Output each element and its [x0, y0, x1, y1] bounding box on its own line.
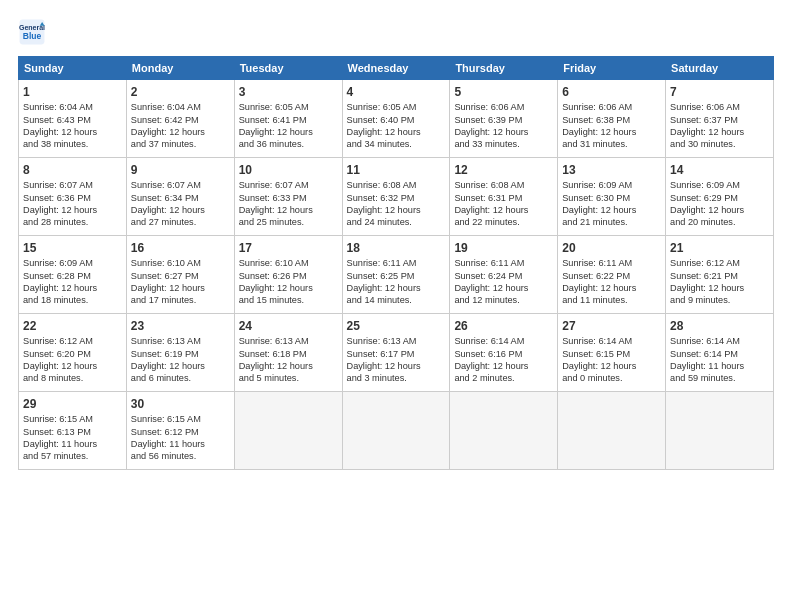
day-number: 12 [454, 162, 553, 178]
page: General Blue SundayMondayTuesdayWednesda… [0, 0, 792, 480]
calendar-cell: 23Sunrise: 6:13 AM Sunset: 6:19 PM Dayli… [126, 314, 234, 392]
day-number: 10 [239, 162, 338, 178]
calendar-cell: 8Sunrise: 6:07 AM Sunset: 6:36 PM Daylig… [19, 158, 127, 236]
day-number: 25 [347, 318, 446, 334]
day-info: Sunrise: 6:07 AM Sunset: 6:33 PM Dayligh… [239, 179, 338, 229]
day-info: Sunrise: 6:15 AM Sunset: 6:12 PM Dayligh… [131, 413, 230, 463]
day-number: 21 [670, 240, 769, 256]
day-info: Sunrise: 6:05 AM Sunset: 6:40 PM Dayligh… [347, 101, 446, 151]
calendar-cell: 27Sunrise: 6:14 AM Sunset: 6:15 PM Dayli… [558, 314, 666, 392]
calendar-cell: 1Sunrise: 6:04 AM Sunset: 6:43 PM Daylig… [19, 80, 127, 158]
day-info: Sunrise: 6:05 AM Sunset: 6:41 PM Dayligh… [239, 101, 338, 151]
day-info: Sunrise: 6:09 AM Sunset: 6:30 PM Dayligh… [562, 179, 661, 229]
day-header-wednesday: Wednesday [342, 57, 450, 80]
day-number: 13 [562, 162, 661, 178]
day-number: 19 [454, 240, 553, 256]
day-number: 6 [562, 84, 661, 100]
day-info: Sunrise: 6:06 AM Sunset: 6:37 PM Dayligh… [670, 101, 769, 151]
day-number: 18 [347, 240, 446, 256]
day-number: 15 [23, 240, 122, 256]
day-info: Sunrise: 6:14 AM Sunset: 6:16 PM Dayligh… [454, 335, 553, 385]
calendar-cell [666, 392, 774, 470]
calendar-week-4: 22Sunrise: 6:12 AM Sunset: 6:20 PM Dayli… [19, 314, 774, 392]
day-info: Sunrise: 6:08 AM Sunset: 6:31 PM Dayligh… [454, 179, 553, 229]
day-number: 14 [670, 162, 769, 178]
day-header-friday: Friday [558, 57, 666, 80]
calendar-cell: 30Sunrise: 6:15 AM Sunset: 6:12 PM Dayli… [126, 392, 234, 470]
logo-icon: General Blue [18, 18, 46, 46]
day-info: Sunrise: 6:10 AM Sunset: 6:26 PM Dayligh… [239, 257, 338, 307]
calendar-week-5: 29Sunrise: 6:15 AM Sunset: 6:13 PM Dayli… [19, 392, 774, 470]
calendar-cell: 21Sunrise: 6:12 AM Sunset: 6:21 PM Dayli… [666, 236, 774, 314]
day-info: Sunrise: 6:09 AM Sunset: 6:28 PM Dayligh… [23, 257, 122, 307]
day-number: 29 [23, 396, 122, 412]
day-info: Sunrise: 6:09 AM Sunset: 6:29 PM Dayligh… [670, 179, 769, 229]
day-number: 2 [131, 84, 230, 100]
calendar-cell: 28Sunrise: 6:14 AM Sunset: 6:14 PM Dayli… [666, 314, 774, 392]
calendar-cell: 22Sunrise: 6:12 AM Sunset: 6:20 PM Dayli… [19, 314, 127, 392]
calendar-week-2: 8Sunrise: 6:07 AM Sunset: 6:36 PM Daylig… [19, 158, 774, 236]
day-header-sunday: Sunday [19, 57, 127, 80]
day-number: 26 [454, 318, 553, 334]
calendar-table: SundayMondayTuesdayWednesdayThursdayFrid… [18, 56, 774, 470]
day-info: Sunrise: 6:12 AM Sunset: 6:21 PM Dayligh… [670, 257, 769, 307]
logo: General Blue [18, 18, 46, 46]
day-number: 7 [670, 84, 769, 100]
calendar-cell [450, 392, 558, 470]
calendar-cell: 10Sunrise: 6:07 AM Sunset: 6:33 PM Dayli… [234, 158, 342, 236]
calendar-cell: 13Sunrise: 6:09 AM Sunset: 6:30 PM Dayli… [558, 158, 666, 236]
day-number: 22 [23, 318, 122, 334]
day-info: Sunrise: 6:12 AM Sunset: 6:20 PM Dayligh… [23, 335, 122, 385]
day-number: 1 [23, 84, 122, 100]
day-number: 23 [131, 318, 230, 334]
calendar-cell: 11Sunrise: 6:08 AM Sunset: 6:32 PM Dayli… [342, 158, 450, 236]
day-info: Sunrise: 6:15 AM Sunset: 6:13 PM Dayligh… [23, 413, 122, 463]
calendar-cell: 15Sunrise: 6:09 AM Sunset: 6:28 PM Dayli… [19, 236, 127, 314]
calendar-cell: 24Sunrise: 6:13 AM Sunset: 6:18 PM Dayli… [234, 314, 342, 392]
day-info: Sunrise: 6:14 AM Sunset: 6:14 PM Dayligh… [670, 335, 769, 385]
calendar-cell: 20Sunrise: 6:11 AM Sunset: 6:22 PM Dayli… [558, 236, 666, 314]
calendar-cell: 7Sunrise: 6:06 AM Sunset: 6:37 PM Daylig… [666, 80, 774, 158]
calendar-cell: 4Sunrise: 6:05 AM Sunset: 6:40 PM Daylig… [342, 80, 450, 158]
calendar-cell: 6Sunrise: 6:06 AM Sunset: 6:38 PM Daylig… [558, 80, 666, 158]
day-info: Sunrise: 6:06 AM Sunset: 6:38 PM Dayligh… [562, 101, 661, 151]
calendar-cell: 25Sunrise: 6:13 AM Sunset: 6:17 PM Dayli… [342, 314, 450, 392]
calendar-cell [342, 392, 450, 470]
calendar-cell: 17Sunrise: 6:10 AM Sunset: 6:26 PM Dayli… [234, 236, 342, 314]
day-info: Sunrise: 6:07 AM Sunset: 6:34 PM Dayligh… [131, 179, 230, 229]
day-number: 20 [562, 240, 661, 256]
day-info: Sunrise: 6:04 AM Sunset: 6:42 PM Dayligh… [131, 101, 230, 151]
day-number: 28 [670, 318, 769, 334]
day-info: Sunrise: 6:13 AM Sunset: 6:18 PM Dayligh… [239, 335, 338, 385]
calendar-cell: 18Sunrise: 6:11 AM Sunset: 6:25 PM Dayli… [342, 236, 450, 314]
day-info: Sunrise: 6:11 AM Sunset: 6:22 PM Dayligh… [562, 257, 661, 307]
day-info: Sunrise: 6:14 AM Sunset: 6:15 PM Dayligh… [562, 335, 661, 385]
day-header-tuesday: Tuesday [234, 57, 342, 80]
day-number: 27 [562, 318, 661, 334]
calendar-week-1: 1Sunrise: 6:04 AM Sunset: 6:43 PM Daylig… [19, 80, 774, 158]
day-header-monday: Monday [126, 57, 234, 80]
calendar-cell: 26Sunrise: 6:14 AM Sunset: 6:16 PM Dayli… [450, 314, 558, 392]
day-number: 4 [347, 84, 446, 100]
calendar-cell: 9Sunrise: 6:07 AM Sunset: 6:34 PM Daylig… [126, 158, 234, 236]
day-info: Sunrise: 6:10 AM Sunset: 6:27 PM Dayligh… [131, 257, 230, 307]
calendar-cell: 5Sunrise: 6:06 AM Sunset: 6:39 PM Daylig… [450, 80, 558, 158]
day-number: 9 [131, 162, 230, 178]
calendar-cell: 12Sunrise: 6:08 AM Sunset: 6:31 PM Dayli… [450, 158, 558, 236]
calendar-cell: 19Sunrise: 6:11 AM Sunset: 6:24 PM Dayli… [450, 236, 558, 314]
day-info: Sunrise: 6:06 AM Sunset: 6:39 PM Dayligh… [454, 101, 553, 151]
day-number: 11 [347, 162, 446, 178]
calendar-cell [234, 392, 342, 470]
day-info: Sunrise: 6:11 AM Sunset: 6:24 PM Dayligh… [454, 257, 553, 307]
calendar-cell [558, 392, 666, 470]
calendar-cell: 2Sunrise: 6:04 AM Sunset: 6:42 PM Daylig… [126, 80, 234, 158]
day-info: Sunrise: 6:13 AM Sunset: 6:17 PM Dayligh… [347, 335, 446, 385]
day-number: 5 [454, 84, 553, 100]
day-header-saturday: Saturday [666, 57, 774, 80]
day-info: Sunrise: 6:11 AM Sunset: 6:25 PM Dayligh… [347, 257, 446, 307]
day-number: 17 [239, 240, 338, 256]
calendar-cell: 16Sunrise: 6:10 AM Sunset: 6:27 PM Dayli… [126, 236, 234, 314]
calendar-week-3: 15Sunrise: 6:09 AM Sunset: 6:28 PM Dayli… [19, 236, 774, 314]
day-number: 3 [239, 84, 338, 100]
day-number: 24 [239, 318, 338, 334]
